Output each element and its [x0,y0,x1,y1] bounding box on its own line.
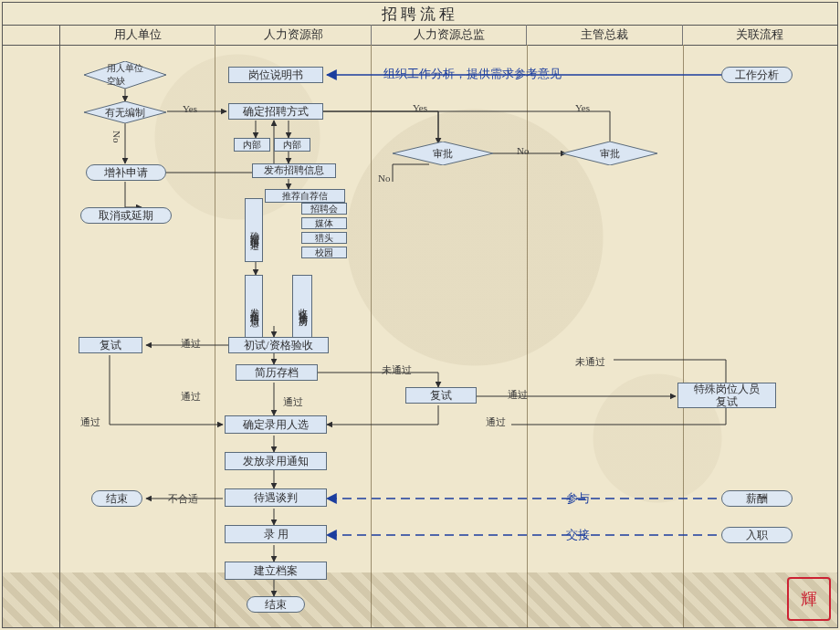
label-no-1: No [111,131,122,142]
lane-head-3: 主管总裁 [527,25,682,45]
label-notpass-1: 未通过 [382,363,412,377]
term-cancel-text: 取消或延期 [99,209,153,222]
proc-reco-text: 推荐自荐信 [282,191,328,202]
lane-head-2: 人力资源总监 [372,25,527,45]
proc-internal-2: 内部 [274,138,310,152]
label-pass-1: 通过 [181,337,201,351]
proc-negotiate: 待遇谈判 [225,488,327,507]
proc-file-text: 建立档案 [254,564,298,577]
proc-decide-text: 确定录用人选 [243,418,309,431]
proc-hire-text: 录 用 [264,528,289,541]
proc-file: 建立档案 [225,562,327,580]
block-dispatch-text: 发布招聘信息 [248,301,259,312]
proc-internal-1: 内部 [234,138,270,152]
proc-offer: 发放录用通知 [225,452,327,470]
block-channel-text: 确定招聘渠道 [248,225,259,236]
lane-head-4: 关联流程 [683,25,837,45]
proc-retest-b-text: 复试 [430,389,452,402]
term-onboard-text: 入职 [746,529,768,541]
label-pass-6: 通过 [486,415,506,429]
label-yes-3: Yes [575,102,590,113]
proc-internal-2-text: 内部 [283,140,301,151]
proc-method: 确定招聘方式 [228,103,323,120]
term-end-2-text: 结束 [265,598,287,611]
proc-publish-text: 发布招聘信息 [264,164,324,176]
lane-gutter-head [3,25,60,45]
decision-approve-2: 审批 [562,142,657,165]
label-no-3: No [378,173,390,184]
proc-publish: 发布招聘信息 [252,163,336,178]
term-cancel: 取消或延期 [80,207,172,224]
label-pass-5: 通过 [508,388,528,402]
decision-approve-2-text: 审批 [562,142,657,165]
lane-head-1: 人力资源部 [215,25,371,45]
label-notsuit: 不合适 [168,492,198,506]
term-onboard: 入职 [721,527,793,543]
decision-vacancy-text: 用人单位 空缺 [84,61,166,89]
block-collect: 收集筛选简历 [292,275,312,339]
proc-reco: 推荐自荐信 [265,189,345,203]
label-pass-3: 通过 [80,415,100,429]
lane-head-0: 用人单位 [60,25,215,45]
term-work-analysis-text: 工作分析 [735,68,779,81]
seal-stamp: 輝 [787,577,831,621]
proc-ch-campus: 校园 [301,247,347,258]
proc-retest-b: 复试 [405,387,477,404]
title-bar: 招聘流程 [3,3,837,26]
proc-hire: 录 用 [225,525,327,543]
proc-ch-media: 媒体 [301,217,347,229]
label-handover: 交接 [566,527,590,543]
decision-vacancy: 用人单位 空缺 [84,61,166,89]
term-work-analysis: 工作分析 [721,67,793,83]
proc-resume-file-text: 简历存档 [255,366,299,379]
proc-retest-a-text: 复试 [100,339,121,352]
proc-negotiate-text: 待遇谈判 [254,491,298,504]
proc-screen: 初试/资格验收 [228,337,329,353]
lane-header-row: 用人单位 人力资源部 人力资源总监 主管总裁 关联流程 [3,25,837,46]
decision-headcount-text: 有无编制 [84,101,166,123]
proc-ch-campus-text: 校园 [315,247,333,258]
label-participate: 参与 [566,490,590,507]
proc-ch-fair-text: 招聘会 [310,204,338,215]
proc-special: 特殊岗位人员 复试 [677,383,776,408]
term-supp-apply: 增补申请 [86,164,166,181]
proc-internal-1-text: 内部 [243,140,261,151]
label-no-2: No [517,145,529,156]
label-pass-2: 通过 [181,390,201,404]
term-end-1-text: 结束 [106,492,128,505]
proc-offer-text: 发放录用通知 [243,455,309,467]
proc-jobspec: 岗位说明书 [228,67,323,83]
term-salary-text: 薪酬 [746,492,768,505]
proc-screen-text: 初试/资格验收 [244,339,312,352]
proc-ch-fair: 招聘会 [301,203,347,215]
decision-headcount: 有无编制 [84,101,166,123]
label-yes-2: Yes [413,102,427,113]
proc-ch-media-text: 媒体 [315,218,333,229]
term-end-1: 结束 [91,490,142,507]
term-supp-apply-text: 增补申请 [104,166,148,179]
label-pass-4: 通过 [283,395,303,409]
proc-jobspec-text: 岗位说明书 [248,68,303,81]
proc-resume-file: 简历存档 [236,364,318,381]
proc-retest-a: 复试 [79,337,142,353]
proc-ch-head: 猎头 [301,232,347,244]
proc-decide: 确定录用人选 [225,415,327,434]
term-salary: 薪酬 [721,490,793,507]
title-text: 招聘流程 [382,4,458,25]
label-analysis-note: 组织工作分析，提供需求参考意见 [383,66,562,82]
label-notpass-2: 未通过 [575,355,605,369]
proc-special-text: 特殊岗位人员 复试 [694,383,760,409]
block-collect-text: 收集筛选简历 [297,301,308,312]
proc-method-text: 确定招聘方式 [243,105,309,118]
term-end-2: 结束 [247,596,305,613]
label-yes-1: Yes [183,103,197,114]
block-dispatch: 发布招聘信息 [245,275,263,339]
proc-ch-head-text: 猎头 [315,233,333,244]
decision-approve-1-text: 审批 [393,142,493,165]
flow-canvas: 用人单位 空缺 有无编制 审批 审批 增补申请 取消或延期 复试 结束 岗位说明… [0,45,840,630]
block-channel: 确定招聘渠道 [245,198,263,262]
decision-approve-1: 审批 [393,142,493,165]
